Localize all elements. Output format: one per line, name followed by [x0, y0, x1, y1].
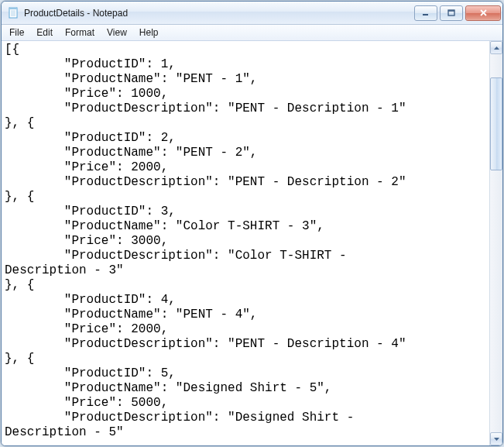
notepad-icon [8, 7, 20, 19]
menu-help[interactable]: Help [133, 26, 165, 40]
menu-view[interactable]: View [101, 26, 133, 40]
minimize-icon [422, 9, 430, 17]
chevron-down-icon [494, 438, 499, 441]
menu-edit[interactable]: Edit [30, 26, 59, 40]
menu-file[interactable]: File [3, 26, 30, 40]
window-controls [412, 5, 501, 21]
svg-marker-12 [494, 438, 499, 441]
svg-rect-0 [9, 8, 17, 18]
close-icon [479, 9, 488, 17]
scroll-thumb[interactable] [490, 77, 502, 170]
scroll-track[interactable] [490, 54, 502, 432]
window-title: ProductDetails - Notepad [24, 8, 412, 19]
chevron-up-icon [494, 46, 499, 50]
scroll-down-button[interactable] [490, 432, 502, 445]
vertical-scrollbar[interactable] [489, 41, 502, 445]
maximize-icon [447, 9, 455, 17]
notepad-window: ProductDetails - Notepad File Edit Forma… [1, 1, 503, 446]
text-content[interactable]: [{ "ProductID": 1, "ProductName": "PENT … [2, 41, 489, 445]
minimize-button[interactable] [414, 5, 437, 21]
menu-format[interactable]: Format [59, 26, 101, 40]
maximize-button[interactable] [440, 5, 463, 21]
menubar: File Edit Format View Help [2, 25, 502, 41]
scroll-up-button[interactable] [490, 41, 502, 54]
svg-marker-11 [494, 46, 499, 50]
client-area: [{ "ProductID": 1, "ProductName": "PENT … [2, 41, 502, 445]
close-button[interactable] [465, 5, 501, 21]
titlebar[interactable]: ProductDetails - Notepad [2, 2, 502, 25]
